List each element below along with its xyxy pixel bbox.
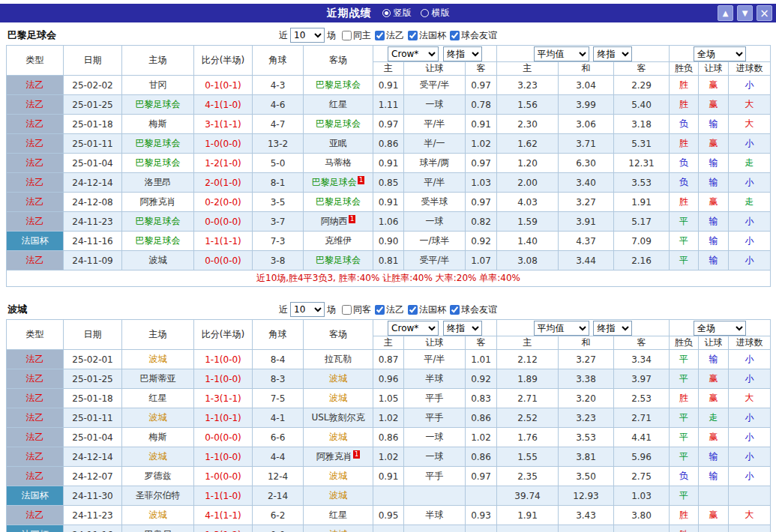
odds-home: 0.81 [373, 251, 404, 270]
asian-odds-stage-select[interactable]: 终指 [443, 46, 482, 61]
match-row: 法乙24-11-23波城4-1(1-1)6-2红星0.95半球0.931.913… [7, 506, 771, 525]
avg-away: 7.09 [614, 232, 670, 251]
checkbox-label: 法乙 [386, 29, 404, 42]
avg-home: 1.89 [497, 369, 559, 389]
avg-draw: 4.37 [559, 232, 614, 251]
euro-odds-type-select[interactable]: 平均值 [534, 321, 589, 336]
avg-home: 3.08 [497, 251, 559, 270]
layout-radio-1[interactable]: 横版 [421, 7, 450, 19]
checkbox-input[interactable] [342, 31, 352, 40]
result-outcome: 胜 [670, 506, 699, 525]
checkbox-input[interactable] [450, 305, 460, 315]
checkbox-label: 法国杯 [419, 29, 446, 42]
avg-draw [559, 525, 614, 532]
result-goals [729, 486, 771, 506]
avg-draw: 3.27 [559, 350, 614, 369]
match-count-select[interactable]: 10 [290, 302, 325, 317]
filter-checkbox-3[interactable]: 球会友谊 [450, 29, 497, 42]
league-type: 法乙 [7, 193, 64, 212]
odds-away: 0.97 [466, 193, 497, 212]
odds-home: 1.02 [373, 447, 404, 467]
checkbox-input[interactable] [450, 31, 460, 40]
checkbox-input[interactable] [342, 305, 352, 315]
away-team: 亚眠 [304, 134, 373, 154]
avg-draw: 3.44 [559, 251, 614, 270]
radio-label: 横版 [432, 7, 450, 19]
match-date: 24-12-07 [64, 467, 122, 486]
odds-away [466, 525, 497, 532]
subcol-avg-home: 主 [497, 336, 559, 350]
matches-label: 场 [327, 303, 336, 316]
checkbox-input[interactable] [408, 31, 418, 40]
up-arrow-button[interactable]: ▲ [718, 5, 733, 21]
match-date: 25-02-02 [64, 76, 122, 95]
result-handicap: 赢 [699, 428, 729, 447]
result-handicap: 走 [699, 408, 729, 428]
avg-home: 2.00 [497, 173, 559, 193]
league-type: 法乙 [7, 447, 64, 467]
filter-checkbox-1[interactable]: 法乙 [375, 29, 404, 42]
layout-radio-0[interactable]: 竖版 [382, 7, 412, 19]
subcol-goals-result: 进球数 [729, 62, 771, 76]
euro-odds-stage-select[interactable]: 终指 [593, 321, 632, 336]
away-team: 波城 [304, 428, 373, 447]
home-team: 红星 [122, 389, 194, 408]
avg-away: 3.80 [614, 506, 670, 525]
result-outcome: 平 [670, 232, 699, 251]
odds-away: 0.97 [466, 154, 497, 173]
match-row: 法乙25-01-25巴黎足球会4-1(1-0)4-6红星1.11一球0.781.… [7, 95, 771, 115]
bookmaker-select[interactable]: Crow* [388, 321, 439, 336]
bookmaker-select[interactable]: Crow* [388, 46, 439, 61]
match-row: 法乙24-12-14洛里昂2-0(1-0)8-1巴黎足球会10.85平/半1.0… [7, 173, 771, 193]
matches-table: 类型 日期 主场 比分(半场) 角球 客场 Crow* 终指 平均值 终指 全场 [6, 319, 771, 532]
checkbox-input[interactable] [375, 31, 385, 40]
col-header-home: 主场 [122, 46, 194, 76]
home-team: 巴黎足球会 [122, 95, 194, 115]
home-team: 梅斯 [122, 428, 194, 447]
odds-home: 0.87 [373, 350, 404, 369]
filter-checkbox-1[interactable]: 法乙 [375, 303, 404, 316]
match-score: 0-1(0-1) [194, 76, 253, 95]
close-button[interactable]: × [757, 5, 772, 21]
match-count-select[interactable]: 10 [290, 28, 325, 43]
corner-count: 4-4 [253, 447, 304, 467]
avg-away: 3.18 [614, 115, 670, 134]
checkbox-input[interactable] [408, 305, 418, 315]
home-team: 波城 [122, 251, 194, 270]
match-date: 25-01-04 [64, 428, 122, 447]
filter-checkbox-0[interactable]: 同客 [342, 303, 371, 316]
avg-home: 1.59 [497, 212, 559, 232]
euro-odds-stage-select[interactable]: 终指 [593, 46, 632, 61]
league-type: 法乙 [7, 95, 64, 115]
away-team: 巴黎足球会 [304, 251, 373, 270]
odds-home: 0.96 [373, 369, 404, 389]
away-team: 拉瓦勒 [304, 350, 373, 369]
avg-draw: 12.93 [559, 486, 614, 506]
red-card-badge: 1 [358, 176, 365, 184]
filter-checkbox-3[interactable]: 球会友谊 [450, 303, 497, 316]
result-outcome: 平 [670, 486, 699, 506]
result-scope-select[interactable]: 全场 [694, 46, 746, 61]
match-row: 法国杯24-11-16巴黎足球会1-1(1-1)7-3克维伊0.90一/球半0.… [7, 232, 771, 251]
result-goals: 大 [729, 506, 771, 525]
match-row: 法乙25-01-04巴黎足球会1-2(1-0)5-0马蒂格0.91球半/两0.9… [7, 154, 771, 173]
checkbox-label: 同客 [353, 303, 371, 316]
euro-odds-type-select[interactable]: 平均值 [534, 46, 589, 61]
result-scope-select[interactable]: 全场 [694, 321, 746, 336]
asian-odds-header: Crow* 终指 [373, 46, 497, 62]
corner-count: 2-14 [253, 486, 304, 506]
match-score: 1-3(1-1) [194, 389, 253, 408]
odds-handicap [404, 525, 466, 532]
asian-odds-stage-select[interactable]: 终指 [443, 321, 482, 336]
match-score: 1-0(0-0) [194, 134, 253, 154]
checkbox-input[interactable] [375, 305, 385, 315]
filter-checkbox-0[interactable]: 同主 [342, 29, 371, 42]
result-outcome: 胜 [670, 389, 699, 408]
filter-checkbox-group: 同客法乙法国杯球会友谊 [338, 303, 497, 316]
subcol-avg-home: 主 [497, 62, 559, 76]
filter-checkbox-2[interactable]: 法国杯 [408, 303, 446, 316]
down-arrow-button[interactable]: ▼ [737, 5, 753, 21]
away-team: 波城 [304, 389, 373, 408]
filter-checkbox-2[interactable]: 法国杯 [408, 29, 446, 42]
league-type: 法乙 [7, 506, 64, 525]
